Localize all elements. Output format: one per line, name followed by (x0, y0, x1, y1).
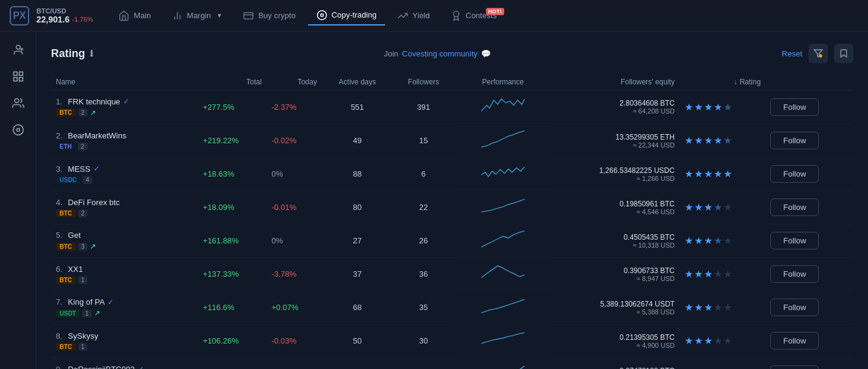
equity-main: 0.21395305 BTC (556, 333, 675, 342)
topnav: PX BTC/USD 22,901.6 -1.76% Main Margin ▼… (0, 0, 868, 32)
follow-cell: Follow (765, 90, 853, 124)
stars: ★★★★★ (685, 101, 761, 113)
follow-button[interactable]: Follow (770, 299, 819, 316)
follow-button[interactable]: Follow (770, 198, 819, 216)
nav-item-contests[interactable]: Contests HOT! (442, 7, 505, 25)
rank-num: 4. (56, 198, 63, 207)
active-days-cell: 37 (322, 257, 393, 291)
svg-point-17 (16, 129, 19, 132)
trader-name[interactable]: XX1 (68, 265, 83, 274)
active-days-value: 551 (350, 103, 364, 112)
trader-name-cell: 8. SySkysy BTC 1 (51, 324, 198, 357)
sidebar-btn-users[interactable] (7, 92, 29, 114)
star-empty: ★ (723, 302, 732, 313)
star-filled: ★ (704, 168, 713, 180)
star-filled: ★ (704, 101, 713, 113)
stars: ★★★★★ (685, 235, 761, 246)
asset-badge: BTC (56, 243, 76, 251)
follow-button[interactable]: Follow (770, 232, 819, 249)
nav-item-main[interactable]: Main (110, 7, 159, 25)
stars: ★★★★★ (685, 302, 761, 313)
svg-point-7 (453, 11, 459, 16)
trader-name[interactable]: SySkysy (68, 331, 98, 340)
star-filled: ★ (694, 302, 703, 313)
filter-icon-btn[interactable] (808, 44, 828, 63)
col-today: Today (267, 74, 322, 90)
trader-name[interactable]: King of PA (68, 297, 104, 306)
bookmark-icon-btn[interactable] (834, 44, 853, 63)
trader-name[interactable]: MESS (68, 164, 91, 174)
star-filled: ★ (704, 201, 713, 213)
equity-usd: ≈ 5,388 USD (556, 308, 675, 316)
community-link-anchor[interactable]: Covesting community (402, 49, 477, 58)
follow-button[interactable]: Follow (770, 165, 819, 183)
count-badge: 2 (78, 209, 88, 217)
trader-rows: 1. FRK technique ✓ BTC 2 ↗ +277.5% -2.37… (51, 90, 853, 370)
rank-num: 6. (56, 265, 63, 274)
active-days-cell: 49 (322, 124, 393, 157)
equity-usd: ≈ 64,208 USD (556, 107, 675, 115)
star-filled: ★ (694, 235, 703, 246)
trader-name[interactable]: Get (68, 231, 81, 240)
star-half: ★ (714, 201, 722, 213)
count-badge: 2 (78, 109, 88, 117)
today-value: -0.02% (272, 136, 296, 145)
count-badge: 2 (78, 143, 87, 151)
reset-button[interactable]: Reset (782, 49, 802, 58)
equity-cell: 0.4505435 BTC ≈ 10,318 USD (552, 224, 680, 257)
info-icon[interactable]: ℹ (90, 49, 93, 58)
nav-item-copy-trading[interactable]: Copy-trading (308, 6, 385, 25)
performance-chart (454, 191, 552, 224)
star-filled: ★ (704, 335, 713, 347)
followers-cell: 22 (393, 191, 454, 224)
total-value: +18.63% (203, 169, 234, 178)
today-cell: -3.78% (267, 257, 322, 291)
equity-cell: 2.80364608 BTC ≈ 64,208 USD (552, 90, 680, 124)
trader-name[interactable]: DeFi Forex btc (68, 198, 120, 207)
follow-cell: Follow (765, 191, 853, 224)
col-followers-equity: Followers' equity (552, 74, 680, 90)
star-half: ★ (723, 135, 732, 146)
asset-badge: USDC (56, 176, 80, 184)
trader-name[interactable]: BearMarketWins (68, 131, 126, 140)
performance-chart (454, 257, 552, 291)
star-filled: ★ (714, 168, 722, 180)
asset-badge: BTC (56, 276, 76, 284)
table-header-row: Name Total Today Active days Followers P… (51, 74, 853, 90)
trader-name[interactable]: DeRossiniiBTC002 (68, 365, 135, 370)
active-days-cell: 551 (322, 90, 393, 124)
trader-name-cell: 2. BearMarketWins ETH 2 (51, 124, 198, 157)
nav-item-yield[interactable]: Yield (389, 7, 438, 25)
nav-item-buy-crypto[interactable]: Buy crypto (234, 7, 304, 25)
verified-icon: ✓ (123, 97, 129, 106)
brand-change: -1.76% (72, 16, 94, 23)
rating-title: Rating ℹ (51, 47, 93, 60)
follow-cell: Follow (765, 257, 853, 291)
followers-cell: 26 (393, 357, 454, 369)
rating-header: Rating ℹ Join Covesting community 💬 Rese… (51, 44, 853, 63)
star-filled: ★ (694, 101, 703, 113)
equity-main: 13.35299305 ETH (556, 133, 675, 141)
equity-usd: ≈ 4,900 USD (556, 342, 675, 349)
trader-name[interactable]: FRK technique (68, 97, 120, 106)
count-badge: 1 (78, 343, 88, 351)
nav-item-margin[interactable]: Margin ▼ (163, 7, 231, 25)
today-value: +0.07% (272, 303, 298, 312)
follow-button[interactable]: Follow (770, 265, 819, 283)
sidebar (0, 32, 36, 369)
asset-badge: BTC (56, 343, 76, 351)
equity-usd: ≈ 22,344 USD (556, 141, 675, 149)
follow-button[interactable]: Follow (770, 98, 819, 116)
active-days-value: 68 (353, 303, 361, 312)
follow-cell: Follow (765, 291, 853, 324)
sidebar-btn-grid[interactable] (7, 66, 29, 87)
trader-name-cell: 4. DeFi Forex btc BTC 2 (51, 191, 198, 224)
sidebar-btn-user-add[interactable] (7, 39, 29, 61)
follow-button[interactable]: Follow (770, 132, 819, 149)
followers-value: 15 (419, 136, 428, 145)
follow-button[interactable]: Follow (770, 365, 819, 369)
follow-button[interactable]: Follow (770, 332, 819, 350)
table-row: 7. King of PA ✓ USDT 1 ↗ +116.6% +0.07% … (51, 291, 853, 324)
total-cell: +116.6% (198, 291, 267, 324)
sidebar-btn-settings[interactable] (7, 119, 29, 141)
